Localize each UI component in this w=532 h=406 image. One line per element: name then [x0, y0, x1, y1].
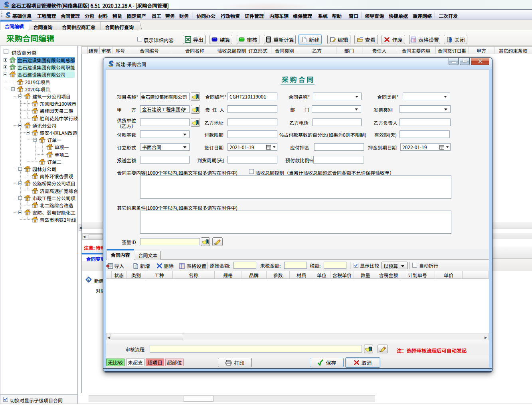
svg-text:1: 1: [88, 278, 89, 282]
